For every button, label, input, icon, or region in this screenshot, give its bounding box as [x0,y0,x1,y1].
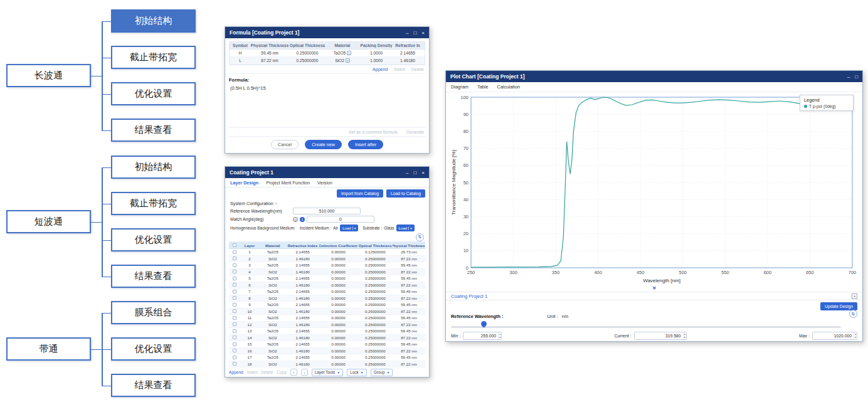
row-checkbox[interactable] [233,283,236,287]
table-row[interactable]: 2SiO21.461800.000000.2500000087.22 nm [229,256,425,263]
lock-dropdown[interactable]: Lock▼ [347,369,366,376]
row-checkbox[interactable] [233,303,236,307]
minimize-icon[interactable]: – [406,30,408,36]
minimize-icon[interactable]: – [406,170,408,176]
table-row[interactable]: 1Ta2O52.146550.000000.1250000029.73 nm [229,249,425,256]
row-checkbox[interactable] [233,322,236,326]
cancel-button[interactable]: Cancel [271,140,299,149]
table-row[interactable]: 17Ta2O52.146550.000000.2500000059.45 nm [229,354,425,361]
material-catalog-icon[interactable] [347,51,351,55]
collapse-chevron-icon[interactable]: » [651,286,657,290]
update-row: Update Design [446,300,862,312]
delete-layer-button[interactable]: Delete [261,370,273,374]
delete-button[interactable]: Delete [411,67,424,71]
table-row[interactable]: 3Ta2O52.146550.000000.2500000059.45 nm [229,262,425,269]
target-icon[interactable]: ◎ [293,217,298,222]
append-layer-button[interactable]: Append [229,370,243,374]
row-checkbox[interactable] [233,349,236,352]
row-checkbox[interactable] [233,336,236,339]
formula-titlebar[interactable]: Formula [Coating Project 1] – □ × [225,27,429,38]
table-row[interactable]: 8SiO21.461800.000000.2500000087.22 nm [229,295,425,302]
plot-titlebar[interactable]: Plot Chart [Coating Project 1] – □ [446,71,862,82]
update-design-button[interactable]: Update Design [820,302,857,310]
table-row[interactable]: 10SiO21.461800.000000.2500000087.22 nm [229,309,425,315]
table-row[interactable]: 7Ta2O52.146550.000000.2500000059.45 nm [229,288,425,295]
spinner-arrows-icon[interactable]: ▴▾ [854,332,857,339]
table-row[interactable]: L87.22 nm0.25000000SiO21.00001.46180 [230,57,425,65]
layer-tools-dropdown[interactable]: Layer Tools▼ [312,369,344,376]
table-row[interactable]: 14SiO21.461800.000000.2500000087.22 nm [229,335,425,342]
row-checkbox[interactable] [233,270,236,273]
project-link[interactable]: Coating Project 1 [451,293,852,299]
row-checkbox[interactable] [233,256,236,260]
table-row[interactable]: 16SiO21.461800.000000.2500000087.22 nm [229,348,425,355]
table-row[interactable]: 5Ta2O52.146550.000000.2500000059.45 nm [229,275,425,282]
substrate-load-button[interactable]: Load▾ [396,225,415,231]
load-to-catalog-button[interactable]: Load to Catalog [386,189,425,198]
table-row[interactable]: H59.45 nm0.25000000Ta2O51.00002.14655 [230,50,425,57]
reference-wavelength-input[interactable]: 510.000 [293,208,361,214]
formula-input[interactable]: (0.5H L 0.5H)^15 [229,84,425,127]
slider-track[interactable] [451,326,841,328]
info-icon[interactable]: i [300,217,305,222]
move-up-button[interactable]: ↑ [290,369,297,376]
insert-button[interactable]: Insert [394,67,405,71]
append-button[interactable]: Append [373,67,388,71]
row-checkbox[interactable] [233,296,236,300]
create-new-button[interactable]: Create new [305,140,342,149]
maximize-icon[interactable]: □ [413,30,416,36]
current-spinbox[interactable]: 319.580▴▾ [634,332,687,340]
row-checkbox[interactable] [233,356,236,359]
row-checkbox[interactable] [233,277,236,280]
insert-after-button[interactable]: Insert after [348,140,383,149]
close-icon[interactable]: × [421,30,425,36]
generate-button[interactable]: Generate [406,130,424,134]
spinner-arrows-icon[interactable]: ▴▾ [498,332,501,339]
row-checkbox[interactable] [233,329,236,333]
coating-titlebar[interactable]: Coating Project 1 – □ × [225,167,429,178]
tab-project-merit-function[interactable]: Project Merit Function [266,180,310,186]
row-checkbox[interactable] [233,250,236,254]
maximize-icon[interactable]: □ [413,170,416,176]
row-checkbox[interactable] [233,342,236,346]
menu-calculation[interactable]: Calculation [497,84,521,90]
set-common-formula-button[interactable]: Set as a common formula [349,130,397,134]
refresh-button[interactable]: ⇅ [416,233,424,241]
match-angle-input[interactable]: 0 [307,216,374,223]
table-row[interactable]: 9Ta2O52.146550.000000.2500000059.45 nm [229,302,425,309]
table-row[interactable]: 18SiO21.461800.000000.2500000087.22 nm [229,361,425,368]
max-spinbox[interactable]: 1020.000▴▾ [812,332,857,340]
expand-icon[interactable]: + [852,293,857,299]
tab-version[interactable]: Version [317,180,332,186]
table-row[interactable]: 15Ta2O52.146550.000000.2500000059.45 nm [229,341,425,348]
table-row[interactable]: 13Ta2O52.146550.000000.2500000059.45 nm [229,328,425,335]
move-down-button[interactable]: ↓ [301,369,308,376]
insert-layer-button[interactable]: Insert [247,370,258,374]
copy-layer-button[interactable]: Copy [277,370,286,374]
menu-table[interactable]: Table [477,84,489,90]
tab-layer-design[interactable]: Layer Design [230,180,258,186]
close-icon[interactable]: × [421,170,425,176]
spinner-arrows-icon[interactable]: ▴▾ [683,332,686,339]
row-checkbox[interactable] [233,309,236,313]
select-all-checkbox[interactable] [233,243,236,247]
min-spinbox[interactable]: 255.000▴▾ [463,332,502,340]
system-configuration-header[interactable]: System Configuration › [225,199,429,207]
row-checkbox[interactable] [233,362,236,366]
row-checkbox[interactable] [233,290,236,293]
maximize-icon[interactable]: □ [855,74,858,80]
menu-diagram[interactable]: Diagram [451,84,468,90]
sync-button[interactable]: ⇅ [849,310,857,318]
row-checkbox[interactable] [233,316,236,320]
table-row[interactable]: 12SiO21.461800.000000.2500000087.22 nm [229,322,425,329]
row-checkbox[interactable] [233,263,236,267]
group-dropdown[interactable]: Group▼ [371,369,393,376]
table-row[interactable]: 6SiO21.461800.000000.2500000087.22 nm [229,282,425,289]
table-row[interactable]: 11Ta2O52.146550.000000.2500000059.45 nm [229,315,425,322]
import-from-catalog-button[interactable]: Import from Catalog [337,189,383,198]
legend-entry[interactable]: T p-pol (0deg) [804,104,849,108]
minimize-icon[interactable]: – [847,74,850,80]
table-row[interactable]: 4SiO21.461800.000000.2500000087.22 nm [229,269,425,276]
incident-load-button[interactable]: Load▾ [340,225,358,231]
material-catalog-icon[interactable] [346,58,350,63]
